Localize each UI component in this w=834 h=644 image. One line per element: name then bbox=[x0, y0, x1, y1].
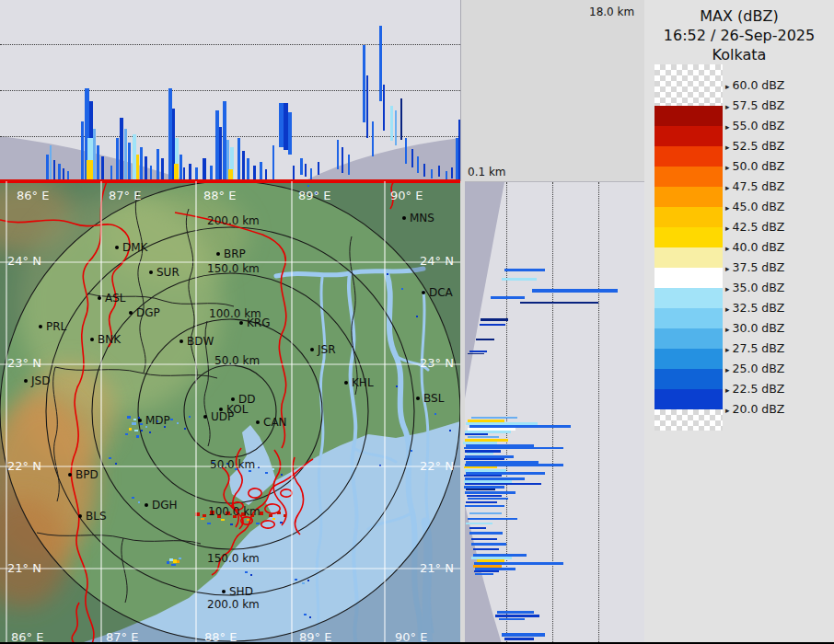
station-dot bbox=[180, 339, 183, 343]
tick-arrow-icon: ▸ bbox=[725, 183, 730, 192]
profile-bar bbox=[497, 611, 534, 614]
lon-label-top: 87° E bbox=[109, 189, 141, 202]
station-name: Kolkata bbox=[644, 46, 834, 63]
lat-label-left: 21° N bbox=[7, 561, 41, 575]
range-ring-label: 200.0 km bbox=[207, 598, 260, 611]
station-marker-udp: UDP bbox=[203, 410, 234, 423]
height-axis-min-label: 0.1 km bbox=[468, 166, 506, 178]
station-marker-sur: SUR bbox=[149, 266, 180, 279]
profile-bar bbox=[97, 145, 99, 181]
profile-bar bbox=[473, 548, 499, 550]
range-ring-label: 150.0 km bbox=[207, 262, 260, 275]
lat-label-right: 24° N bbox=[420, 254, 454, 268]
profile-bar bbox=[465, 491, 515, 494]
height-gridline bbox=[598, 182, 599, 644]
profile-bar bbox=[480, 324, 505, 326]
station-dot bbox=[68, 473, 72, 477]
profile-bar bbox=[468, 353, 484, 354]
station-dot bbox=[203, 415, 207, 419]
height-gridline bbox=[0, 90, 460, 91]
profile-bar bbox=[305, 164, 307, 177]
profile-bar bbox=[532, 289, 618, 293]
legend-label: ▸42.5 dBZ bbox=[725, 220, 784, 234]
profile-bar bbox=[342, 147, 343, 173]
profile-bar bbox=[504, 638, 534, 640]
tick-arrow-icon: ▸ bbox=[725, 102, 730, 111]
station-marker-bls: BLS bbox=[78, 510, 107, 523]
profile-bar bbox=[405, 138, 407, 164]
legend-swatch bbox=[654, 167, 723, 187]
tick-arrow-icon: ▸ bbox=[725, 224, 730, 233]
product-title: MAX (dBZ) bbox=[644, 7, 834, 25]
legend-label: ▸32.5 dBZ bbox=[725, 301, 784, 315]
legend-label: ▸55.0 dBZ bbox=[725, 119, 784, 132]
profile-bar bbox=[499, 618, 525, 620]
tick-arrow-icon: ▸ bbox=[725, 203, 730, 213]
station-dot bbox=[402, 216, 406, 220]
side-height-profile-panel bbox=[465, 182, 654, 644]
profile-bar bbox=[390, 106, 393, 141]
legend-swatch bbox=[654, 369, 723, 389]
lon-label-top: 86° E bbox=[17, 189, 49, 202]
legend-panel: MAX (dBZ) 16:52 / 26-Sep-2025 Kolkata ▸6… bbox=[644, 0, 834, 642]
legend-label: ▸60.0 dBZ bbox=[725, 78, 784, 92]
station-marker-bdw: BDW bbox=[180, 335, 214, 348]
legend-swatch-transparent bbox=[654, 64, 723, 106]
profile-bar bbox=[400, 98, 402, 140]
tick-arrow-icon: ▸ bbox=[725, 365, 730, 374]
profile-bar bbox=[469, 527, 486, 529]
station-marker-prl: PRL bbox=[39, 320, 66, 333]
legend-swatch bbox=[654, 389, 723, 409]
legend-swatch bbox=[654, 328, 723, 349]
profile-bar bbox=[145, 156, 147, 181]
station-marker-mns: MNS bbox=[402, 212, 434, 224]
profile-bar bbox=[136, 155, 139, 181]
profile-bar bbox=[481, 318, 508, 321]
station-dot bbox=[149, 270, 153, 274]
legend-swatch bbox=[654, 349, 723, 369]
legend-swatch bbox=[654, 288, 723, 308]
legend-label: ▸25.0 dBZ bbox=[725, 362, 784, 375]
station-marker-dgp: DGP bbox=[129, 306, 160, 319]
timestamp: 16:52 / 26-Sep-2025 bbox=[644, 27, 834, 44]
station-marker-bsl: BSL bbox=[416, 392, 444, 405]
top-panel-edge bbox=[460, 0, 461, 181]
station-dot bbox=[115, 246, 119, 249]
station-dot bbox=[239, 321, 243, 325]
height-gridline bbox=[506, 182, 507, 644]
legend-swatch bbox=[654, 247, 723, 268]
profile-bar bbox=[372, 121, 374, 156]
station-marker-dgh: DGH bbox=[145, 499, 178, 512]
tick-arrow-icon: ▸ bbox=[725, 305, 730, 314]
profile-bar bbox=[116, 138, 119, 181]
profile-bar bbox=[411, 149, 413, 167]
legend-swatch bbox=[654, 308, 723, 328]
legend-label: ▸30.0 dBZ bbox=[725, 321, 784, 335]
station-marker-bpd: BPD bbox=[68, 468, 98, 481]
profile-bar bbox=[260, 162, 262, 181]
station-dot bbox=[129, 311, 133, 315]
profile-bar bbox=[438, 166, 440, 177]
tick-arrow-icon: ▸ bbox=[725, 325, 730, 334]
lon-label-top: 90° E bbox=[390, 189, 423, 202]
profile-bar bbox=[219, 127, 222, 181]
station-marker-bnk: BNK bbox=[90, 333, 121, 346]
profile-bar bbox=[124, 129, 127, 181]
profile-bar bbox=[476, 339, 494, 340]
blindzone-wedge-right bbox=[304, 138, 460, 181]
profile-bar bbox=[464, 458, 504, 460]
map-label-layer: 86° E86° E87° E87° E88° E88° E89° E89° E… bbox=[0, 181, 460, 644]
range-ring-label: 50.0 km bbox=[210, 458, 255, 471]
station-dot bbox=[138, 419, 142, 422]
profile-bar bbox=[502, 633, 545, 637]
station-dot bbox=[231, 397, 235, 401]
lat-label-left: 22° N bbox=[7, 459, 41, 473]
station-dot bbox=[78, 514, 82, 518]
station-dot bbox=[145, 503, 148, 507]
profile-bar bbox=[93, 129, 96, 181]
profile-bar bbox=[161, 158, 164, 181]
legend-label: ▸40.0 dBZ bbox=[725, 240, 784, 254]
tick-arrow-icon: ▸ bbox=[725, 163, 730, 172]
profile-bar bbox=[469, 532, 503, 535]
station-marker-shd: SHD bbox=[222, 585, 253, 598]
